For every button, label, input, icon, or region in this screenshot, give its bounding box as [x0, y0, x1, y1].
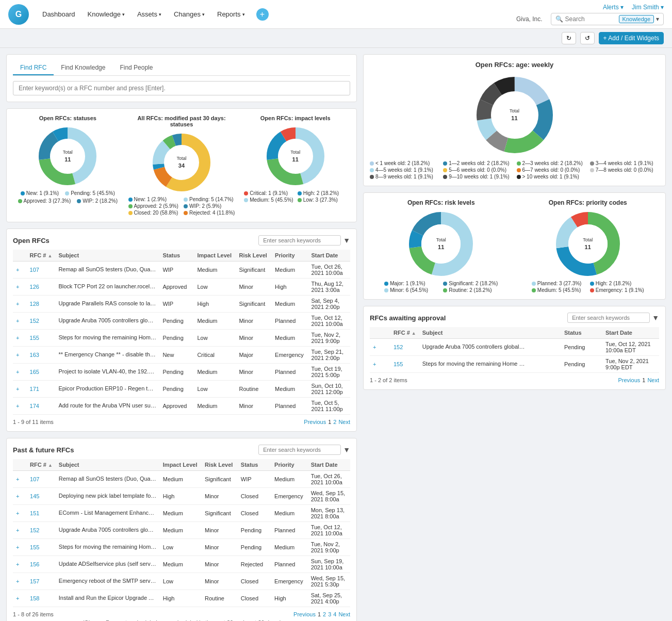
expand-cell[interactable]: +	[13, 505, 27, 522]
col-subject[interactable]: Subject	[55, 250, 159, 262]
rfc-id[interactable]: 163	[27, 347, 56, 364]
expand-cell[interactable]: +	[370, 339, 390, 356]
page-1[interactable]: 1	[318, 611, 321, 617]
search-input[interactable]	[565, 15, 617, 23]
rfc-id[interactable]: 107	[27, 471, 56, 488]
prev-page[interactable]: Previous	[304, 419, 326, 425]
rfc-id[interactable]: 152	[27, 313, 56, 330]
expand-cell[interactable]: +	[13, 381, 27, 398]
col-impact[interactable]: Impact Level	[194, 250, 236, 262]
add-button[interactable]: +	[256, 8, 269, 21]
col-rfc[interactable]: RFC # ▲	[27, 459, 56, 471]
tab-find-people[interactable]: Find People	[112, 61, 160, 75]
filter-icon[interactable]: ▼	[652, 314, 659, 322]
expand-cell[interactable]: +	[13, 262, 27, 279]
rfc-id[interactable]: 151	[27, 505, 56, 522]
col-risk[interactable]: Risk Level	[202, 459, 238, 471]
rfc-id[interactable]: 152	[27, 522, 56, 539]
filter-icon[interactable]: ▼	[343, 446, 350, 454]
alerts-link[interactable]: Alerts ▾	[603, 4, 624, 11]
col-rfc[interactable]: RFC # ▲	[390, 327, 419, 339]
col-risk[interactable]: Risk Level	[236, 250, 272, 262]
expand-cell[interactable]: +	[13, 296, 27, 313]
expand-cell[interactable]: +	[13, 313, 27, 330]
add-edit-widgets-button[interactable]: + Add / Edit Widgets	[599, 32, 664, 44]
open-rfcs-search-input[interactable]	[258, 235, 341, 246]
expand-cell[interactable]: +	[13, 522, 27, 539]
past-future-search-input[interactable]	[258, 445, 341, 455]
awaiting-search-input[interactable]	[567, 313, 650, 323]
nav-knowledge[interactable]: Knowledge ▾	[83, 7, 130, 21]
col-rfc[interactable]: RFC # ▲	[27, 250, 56, 262]
expand-cell[interactable]: +	[13, 471, 27, 488]
modified30-legend: New: 1 (2.9%) Pending: 5 (14.7%) Approve…	[128, 197, 235, 216]
modified30-total: Total 34	[176, 156, 186, 169]
rfc-id[interactable]: 171	[27, 381, 56, 398]
rfc-id[interactable]: 128	[27, 296, 56, 313]
nav-assets[interactable]: Assets ▾	[132, 7, 167, 21]
page-2[interactable]: 2	[323, 611, 326, 617]
expand-cell[interactable]: +	[13, 539, 27, 556]
top-right-area: Alerts ▾ Jim Smith ▾ Giva, Inc. 🔍 Knowle…	[516, 4, 664, 25]
filter-icon[interactable]: ▼	[343, 236, 350, 244]
col-subject[interactable]: Subject	[56, 459, 160, 471]
expand-cell[interactable]: +	[13, 279, 27, 296]
tab-find-rfc[interactable]: Find RFC	[13, 61, 54, 75]
next-page[interactable]: Next	[338, 419, 350, 425]
col-date[interactable]: Start Date	[602, 327, 659, 339]
rfc-id[interactable]: 155	[27, 330, 56, 347]
col-date[interactable]: Start Date	[308, 250, 350, 262]
col-subject[interactable]: Subject	[419, 327, 561, 339]
rfc-id[interactable]: 126	[27, 279, 56, 296]
user-link[interactable]: Jim Smith ▾	[632, 4, 664, 11]
rfc-id[interactable]: 152	[390, 339, 419, 356]
prev-page[interactable]: Previous	[618, 377, 640, 383]
col-priority[interactable]: Priority	[271, 459, 308, 471]
expand-cell[interactable]: +	[13, 398, 27, 415]
expand-cell[interactable]: +	[13, 488, 27, 505]
page-2[interactable]: 2	[333, 419, 336, 425]
rfc-id[interactable]: 155	[390, 356, 419, 373]
col-impact[interactable]: Impact Level	[160, 459, 202, 471]
nav-reports[interactable]: Reports ▾	[212, 7, 250, 21]
col-date[interactable]: Start Date	[308, 459, 350, 471]
next-page[interactable]: Next	[647, 377, 659, 383]
expand-cell[interactable]: +	[13, 364, 27, 381]
page-1[interactable]: 1	[642, 377, 645, 383]
global-search[interactable]: 🔍 Knowledge ▾	[551, 13, 664, 25]
charts-card: Open RFCs: statuses Total 11	[6, 108, 357, 222]
rfc-id[interactable]: 158	[27, 590, 56, 607]
past-future-pagination: 1 - 8 of 26 items Previous 1 2 3 4 Next	[13, 611, 350, 617]
rfc-id[interactable]: 107	[27, 262, 56, 279]
nav-dashboard[interactable]: Dashboard	[37, 7, 80, 21]
expand-cell[interactable]: +	[13, 573, 27, 590]
prev-page[interactable]: Previous	[293, 611, 316, 617]
date: Tue, Oct 19, 2021 5:00p	[308, 364, 350, 381]
rfc-id[interactable]: 174	[27, 398, 56, 415]
undo-button[interactable]: ↺	[580, 32, 595, 44]
col-status[interactable]: Status	[561, 327, 602, 339]
find-rfc-input[interactable]	[13, 81, 350, 95]
col-priority[interactable]: Priority	[272, 250, 308, 262]
rfc-id[interactable]: 156	[27, 556, 56, 573]
status: WIP	[238, 471, 271, 488]
nav-changes[interactable]: Changes ▾	[169, 7, 210, 21]
rfc-id[interactable]: 157	[27, 573, 56, 590]
expand-cell[interactable]: +	[13, 330, 27, 347]
tab-find-knowledge[interactable]: Find Knowledge	[54, 61, 112, 75]
page-1[interactable]: 1	[328, 419, 331, 425]
expand-cell[interactable]: +	[370, 356, 390, 373]
expand-cell[interactable]: +	[13, 590, 27, 607]
risk: Major	[236, 347, 272, 364]
page-3[interactable]: 3	[328, 611, 331, 617]
expand-cell[interactable]: +	[13, 556, 27, 573]
page-4[interactable]: 4	[333, 611, 336, 617]
col-status[interactable]: Status	[238, 459, 271, 471]
rfc-id[interactable]: 165	[27, 364, 56, 381]
expand-cell[interactable]: +	[13, 347, 27, 364]
rfc-id[interactable]: 155	[27, 539, 56, 556]
refresh-button[interactable]: ↻	[562, 32, 576, 44]
col-status[interactable]: Status	[159, 250, 194, 262]
next-page[interactable]: Next	[338, 611, 350, 617]
rfc-id[interactable]: 145	[27, 488, 56, 505]
